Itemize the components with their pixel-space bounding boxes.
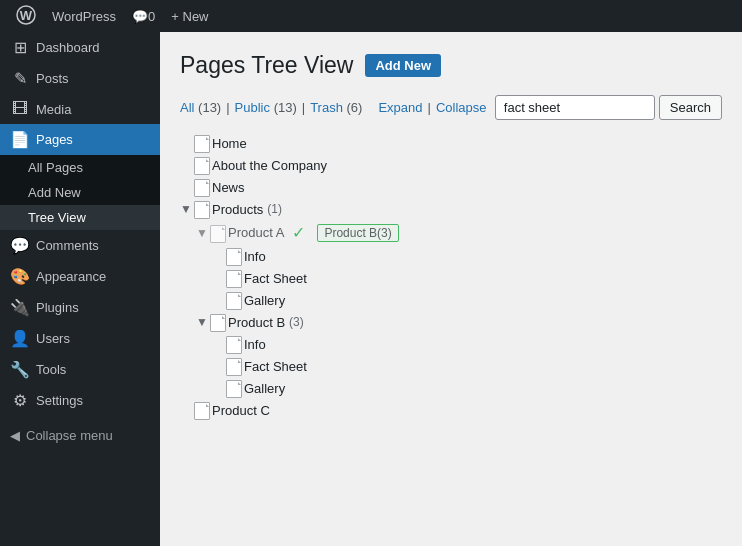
page-icon <box>226 270 240 286</box>
tree-item-info-a: Info <box>212 245 722 267</box>
filter-links: All (13) | Public (13) | Trash (6) Expan… <box>180 100 487 115</box>
product-a-toggle[interactable]: ▼ <box>196 226 208 240</box>
filter-all[interactable]: All (13) <box>180 100 221 115</box>
tree-item-about: About the Company <box>180 154 722 176</box>
sidebar-item-dashboard[interactable]: ⊞ Dashboard <box>0 32 160 63</box>
dashboard-icon: ⊞ <box>10 38 30 57</box>
fact-sheet-b-label[interactable]: Fact Sheet <box>244 359 307 374</box>
site-name[interactable]: WordPress <box>44 0 124 32</box>
sidebar-item-posts[interactable]: ✎ Posts <box>0 63 160 94</box>
page-icon <box>194 179 208 195</box>
tree-item-fact-sheet-b: Fact Sheet <box>212 355 722 377</box>
product-a-label[interactable]: Product A <box>228 225 284 240</box>
media-icon: 🎞 <box>10 100 30 118</box>
page-icon <box>194 135 208 151</box>
tree-container: Home About the Company News ▼ Products (… <box>180 132 722 421</box>
tools-icon: 🔧 <box>10 360 30 379</box>
expand-link[interactable]: Expand <box>378 100 422 115</box>
tree-item-product-c: Product C <box>180 399 722 421</box>
collapse-menu[interactable]: ◀ Collapse menu <box>0 420 160 451</box>
tree-item-fact-sheet-a: Fact Sheet <box>212 267 722 289</box>
product-c-label[interactable]: Product C <box>212 403 270 418</box>
comments-icon: 💬 <box>10 236 30 255</box>
collapse-menu-icon: ◀ <box>10 428 20 443</box>
page-icon <box>226 380 240 396</box>
tree-item-gallery-a: Gallery <box>212 289 722 311</box>
product-b-toggle[interactable]: ▼ <box>196 315 208 329</box>
drop-indicator: ✓ Product B (3) <box>292 223 398 242</box>
home-label[interactable]: Home <box>212 136 247 151</box>
search-input[interactable] <box>495 95 655 120</box>
filter-public[interactable]: Public (13) <box>235 100 297 115</box>
sidebar-item-appearance[interactable]: 🎨 Appearance <box>0 261 160 292</box>
page-icon <box>226 248 240 264</box>
news-label[interactable]: News <box>212 180 245 195</box>
appearance-icon: 🎨 <box>10 267 30 286</box>
tree-item-home: Home <box>180 132 722 154</box>
sidebar-item-add-new[interactable]: Add New <box>0 180 160 205</box>
sidebar-item-pages[interactable]: 📄 Pages <box>0 124 160 155</box>
page-title: Pages Tree View <box>180 52 353 79</box>
page-icon <box>194 157 208 173</box>
tree-item-products: ▼ Products (1) <box>180 198 722 220</box>
tree-item-product-b: ▼ Product B (3) <box>196 311 722 333</box>
wp-logo[interactable]: W <box>8 5 44 28</box>
filter-trash[interactable]: Trash (6) <box>310 100 362 115</box>
page-icon <box>226 292 240 308</box>
page-icon <box>226 358 240 374</box>
filter-bar: All (13) | Public (13) | Trash (6) Expan… <box>180 95 722 120</box>
users-icon: 👤 <box>10 329 30 348</box>
info-a-label[interactable]: Info <box>244 249 266 264</box>
products-label[interactable]: Products <box>212 202 263 217</box>
tree-item-news: News <box>180 176 722 198</box>
add-new-button[interactable]: Add New <box>365 54 441 77</box>
tree-item-product-a: ▼ Product A ✓ Product B (3) <box>196 220 722 245</box>
page-header: Pages Tree View Add New <box>180 52 722 79</box>
collapse-link[interactable]: Collapse <box>436 100 487 115</box>
tree-item-info-b: Info <box>212 333 722 355</box>
page-icon <box>210 314 224 330</box>
about-label[interactable]: About the Company <box>212 158 327 173</box>
svg-text:W: W <box>20 8 33 23</box>
gallery-b-label[interactable]: Gallery <box>244 381 285 396</box>
sidebar-item-tree-view[interactable]: Tree View <box>0 205 160 230</box>
sidebar-item-settings[interactable]: ⚙ Settings <box>0 385 160 416</box>
main-content: Pages Tree View Add New All (13) | Publi… <box>160 32 742 546</box>
check-icon: ✓ <box>292 223 305 242</box>
sidebar-item-users[interactable]: 👤 Users <box>0 323 160 354</box>
sidebar-item-comments[interactable]: 💬 Comments <box>0 230 160 261</box>
page-icon <box>210 225 224 241</box>
info-b-label[interactable]: Info <box>244 337 266 352</box>
pages-submenu: All Pages Add New Tree View <box>0 155 160 230</box>
sidebar-item-media[interactable]: 🎞 Media <box>0 94 160 124</box>
tree-item-gallery-b: Gallery <box>212 377 722 399</box>
posts-icon: ✎ <box>10 69 30 88</box>
page-icon <box>226 336 240 352</box>
sidebar-item-tools[interactable]: 🔧 Tools <box>0 354 160 385</box>
product-b-label[interactable]: Product B <box>228 315 285 330</box>
fact-sheet-a-label[interactable]: Fact Sheet <box>244 271 307 286</box>
sidebar-item-plugins[interactable]: 🔌 Plugins <box>0 292 160 323</box>
page-icon <box>194 201 208 217</box>
new-content-link[interactable]: + New <box>163 0 216 32</box>
sidebar-item-all-pages[interactable]: All Pages <box>0 155 160 180</box>
search-bar: Search <box>495 95 722 120</box>
sidebar: ⊞ Dashboard ✎ Posts 🎞 Media 📄 Pages All … <box>0 32 160 546</box>
admin-bar: W WordPress 💬 0 + New <box>0 0 742 32</box>
gallery-a-label[interactable]: Gallery <box>244 293 285 308</box>
drop-target-label: Product B (3) <box>317 224 398 242</box>
search-button[interactable]: Search <box>659 95 722 120</box>
comments-link[interactable]: 💬 0 <box>124 0 163 32</box>
settings-icon: ⚙ <box>10 391 30 410</box>
products-toggle[interactable]: ▼ <box>180 202 192 216</box>
page-icon <box>194 402 208 418</box>
pages-icon: 📄 <box>10 130 30 149</box>
plugins-icon: 🔌 <box>10 298 30 317</box>
